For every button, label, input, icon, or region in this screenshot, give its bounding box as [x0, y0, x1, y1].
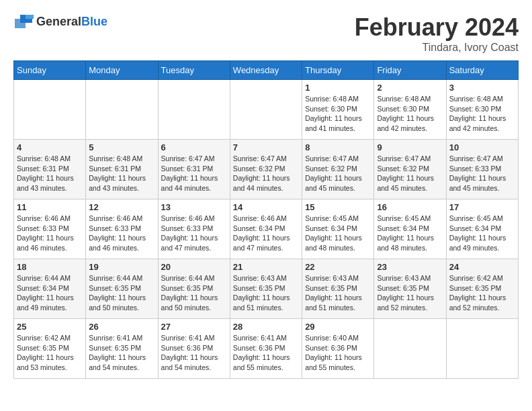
- calendar-cell: 6Sunrise: 6:47 AMSunset: 6:31 PMDaylight…: [158, 140, 230, 199]
- cell-info: Sunrise: 6:48 AMSunset: 6:30 PMDaylight:…: [449, 94, 515, 134]
- calendar-cell: 8Sunrise: 6:47 AMSunset: 6:32 PMDaylight…: [302, 140, 374, 199]
- calendar-cell: 4Sunrise: 6:48 AMSunset: 6:31 PMDaylight…: [14, 140, 86, 199]
- calendar-cell: [14, 80, 86, 140]
- calendar-cell: [158, 80, 230, 140]
- calendar-cell: 15Sunrise: 6:45 AMSunset: 6:34 PMDayligh…: [302, 199, 374, 259]
- calendar-header-row: SundayMondayTuesdayWednesdayThursdayFrid…: [14, 61, 519, 80]
- cell-info: Sunrise: 6:43 AMSunset: 6:35 PMDaylight:…: [305, 273, 371, 313]
- day-number: 3: [449, 83, 515, 93]
- calendar-cell: 16Sunrise: 6:45 AMSunset: 6:34 PMDayligh…: [374, 199, 446, 259]
- cell-info: Sunrise: 6:48 AMSunset: 6:31 PMDaylight:…: [89, 154, 154, 193]
- cell-info: Sunrise: 6:46 AMSunset: 6:33 PMDaylight:…: [161, 214, 227, 253]
- calendar-cell: 27Sunrise: 6:41 AMSunset: 6:36 PMDayligh…: [158, 319, 230, 379]
- calendar-cell: 17Sunrise: 6:45 AMSunset: 6:34 PMDayligh…: [446, 199, 518, 259]
- day-number: 16: [377, 202, 443, 212]
- day-number: 5: [89, 142, 154, 152]
- calendar-cell: 26Sunrise: 6:41 AMSunset: 6:35 PMDayligh…: [86, 319, 158, 379]
- day-number: 26: [89, 322, 154, 332]
- cell-info: Sunrise: 6:41 AMSunset: 6:36 PMDaylight:…: [233, 333, 299, 373]
- calendar-cell: 28Sunrise: 6:41 AMSunset: 6:36 PMDayligh…: [230, 319, 302, 379]
- calendar-cell: 11Sunrise: 6:46 AMSunset: 6:33 PMDayligh…: [14, 199, 86, 259]
- calendar-cell: 19Sunrise: 6:44 AMSunset: 6:35 PMDayligh…: [86, 259, 158, 319]
- cell-info: Sunrise: 6:46 AMSunset: 6:33 PMDaylight:…: [17, 214, 83, 253]
- calendar-cell: 24Sunrise: 6:42 AMSunset: 6:35 PMDayligh…: [446, 259, 518, 319]
- calendar-cell: 21Sunrise: 6:43 AMSunset: 6:35 PMDayligh…: [230, 259, 302, 319]
- header-tuesday: Tuesday: [158, 61, 230, 80]
- logo-general: General: [36, 15, 81, 28]
- title-section: February 2024 Tindara, Ivory Coast: [355, 13, 519, 54]
- calendar-cell: 5Sunrise: 6:48 AMSunset: 6:31 PMDaylight…: [86, 140, 158, 199]
- calendar-cell: 13Sunrise: 6:46 AMSunset: 6:33 PMDayligh…: [158, 199, 230, 259]
- cell-info: Sunrise: 6:48 AMSunset: 6:31 PMDaylight:…: [17, 154, 83, 193]
- day-number: 29: [305, 322, 371, 332]
- calendar-cell: 20Sunrise: 6:44 AMSunset: 6:35 PMDayligh…: [158, 259, 230, 319]
- logo-text: GeneralBlue: [36, 15, 107, 29]
- day-number: 10: [449, 142, 515, 152]
- calendar-cell: 7Sunrise: 6:47 AMSunset: 6:32 PMDaylight…: [230, 140, 302, 199]
- calendar-cell: 1Sunrise: 6:48 AMSunset: 6:30 PMDaylight…: [302, 80, 374, 140]
- cell-info: Sunrise: 6:48 AMSunset: 6:30 PMDaylight:…: [305, 94, 371, 134]
- day-number: 11: [17, 202, 83, 212]
- calendar-week-0: 1Sunrise: 6:48 AMSunset: 6:30 PMDaylight…: [14, 80, 519, 140]
- cell-info: Sunrise: 6:45 AMSunset: 6:34 PMDaylight:…: [305, 214, 371, 253]
- logo-blue: Blue: [81, 15, 107, 28]
- cell-info: Sunrise: 6:47 AMSunset: 6:32 PMDaylight:…: [305, 154, 371, 193]
- calendar-cell: 10Sunrise: 6:47 AMSunset: 6:33 PMDayligh…: [446, 140, 518, 199]
- header-sunday: Sunday: [14, 61, 86, 80]
- day-number: 9: [377, 142, 443, 152]
- svg-marker-2: [26, 15, 34, 19]
- calendar-cell: [230, 80, 302, 140]
- day-number: 2: [377, 83, 443, 93]
- day-number: 23: [377, 262, 443, 272]
- header-friday: Friday: [374, 61, 446, 80]
- day-number: 12: [89, 202, 154, 212]
- cell-info: Sunrise: 6:41 AMSunset: 6:35 PMDaylight:…: [89, 333, 154, 373]
- calendar-cell: 22Sunrise: 6:43 AMSunset: 6:35 PMDayligh…: [302, 259, 374, 319]
- header-monday: Monday: [86, 61, 158, 80]
- location-subtitle: Tindara, Ivory Coast: [355, 42, 519, 54]
- day-number: 18: [17, 262, 83, 272]
- calendar-cell: 14Sunrise: 6:46 AMSunset: 6:34 PMDayligh…: [230, 199, 302, 259]
- header-thursday: Thursday: [302, 61, 374, 80]
- calendar-cell: 12Sunrise: 6:46 AMSunset: 6:33 PMDayligh…: [86, 199, 158, 259]
- cell-info: Sunrise: 6:45 AMSunset: 6:34 PMDaylight:…: [377, 214, 443, 253]
- calendar-week-4: 25Sunrise: 6:42 AMSunset: 6:35 PMDayligh…: [14, 319, 519, 379]
- calendar-cell: 3Sunrise: 6:48 AMSunset: 6:30 PMDaylight…: [446, 80, 518, 140]
- day-number: 28: [233, 322, 299, 332]
- day-number: 24: [449, 262, 515, 272]
- cell-info: Sunrise: 6:40 AMSunset: 6:36 PMDaylight:…: [305, 333, 371, 373]
- day-number: 27: [161, 322, 227, 332]
- calendar-cell: 18Sunrise: 6:44 AMSunset: 6:34 PMDayligh…: [14, 259, 86, 319]
- day-number: 19: [89, 262, 154, 272]
- calendar-week-3: 18Sunrise: 6:44 AMSunset: 6:34 PMDayligh…: [14, 259, 519, 319]
- day-number: 25: [17, 322, 83, 332]
- calendar-cell: [86, 80, 158, 140]
- calendar-table: SundayMondayTuesdayWednesdayThursdayFrid…: [13, 60, 519, 379]
- day-number: 21: [233, 262, 299, 272]
- cell-info: Sunrise: 6:47 AMSunset: 6:33 PMDaylight:…: [449, 154, 515, 193]
- logo-icon: [13, 13, 34, 30]
- calendar-cell: 23Sunrise: 6:43 AMSunset: 6:35 PMDayligh…: [374, 259, 446, 319]
- day-number: 20: [161, 262, 227, 272]
- cell-info: Sunrise: 6:46 AMSunset: 6:34 PMDaylight:…: [233, 214, 299, 253]
- day-number: 4: [17, 142, 83, 152]
- day-number: 22: [305, 262, 371, 272]
- cell-info: Sunrise: 6:44 AMSunset: 6:34 PMDaylight:…: [17, 273, 83, 313]
- header-wednesday: Wednesday: [230, 61, 302, 80]
- cell-info: Sunrise: 6:46 AMSunset: 6:33 PMDaylight:…: [89, 214, 154, 253]
- day-number: 13: [161, 202, 227, 212]
- calendar-cell: 29Sunrise: 6:40 AMSunset: 6:36 PMDayligh…: [302, 319, 374, 379]
- calendar-cell: 25Sunrise: 6:42 AMSunset: 6:35 PMDayligh…: [14, 319, 86, 379]
- cell-info: Sunrise: 6:47 AMSunset: 6:31 PMDaylight:…: [161, 154, 227, 193]
- cell-info: Sunrise: 6:47 AMSunset: 6:32 PMDaylight:…: [233, 154, 299, 193]
- day-number: 15: [305, 202, 371, 212]
- calendar-cell: [446, 319, 518, 379]
- day-number: 17: [449, 202, 515, 212]
- cell-info: Sunrise: 6:45 AMSunset: 6:34 PMDaylight:…: [449, 214, 515, 253]
- logo: GeneralBlue: [13, 13, 107, 30]
- cell-info: Sunrise: 6:44 AMSunset: 6:35 PMDaylight:…: [161, 273, 227, 313]
- page-header: GeneralBlue February 2024 Tindara, Ivory…: [13, 13, 519, 54]
- month-year-title: February 2024: [355, 13, 519, 42]
- cell-info: Sunrise: 6:42 AMSunset: 6:35 PMDaylight:…: [17, 333, 83, 373]
- calendar-cell: 2Sunrise: 6:48 AMSunset: 6:30 PMDaylight…: [374, 80, 446, 140]
